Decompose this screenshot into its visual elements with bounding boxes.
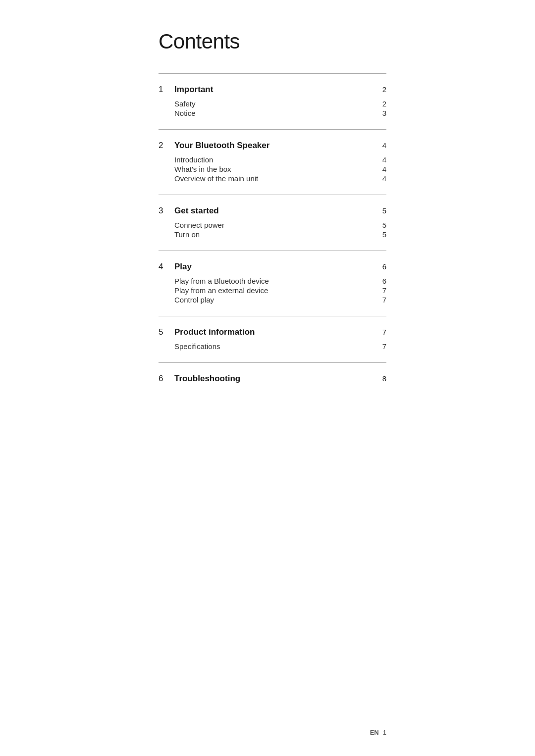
toc-title-3: Get started bbox=[174, 206, 219, 216]
toc-sub-row-1-1: Notice3 bbox=[174, 109, 386, 117]
toc-sub-label-1-0: Safety bbox=[174, 100, 196, 108]
toc-sub-row-2-1: What's in the box4 bbox=[174, 165, 386, 173]
toc-main-row-6: 6Troubleshooting8 bbox=[159, 374, 386, 384]
toc-title-4: Play bbox=[174, 262, 192, 272]
toc-sub-label-3-1: Turn on bbox=[174, 230, 200, 239]
toc-number-5: 5 bbox=[159, 327, 166, 337]
toc-sub-page-5-0: 7 bbox=[382, 342, 386, 351]
toc-sub-label-4-0: Play from a Bluetooth device bbox=[174, 277, 269, 285]
toc-main-row-5: 5Product information7 bbox=[159, 327, 386, 337]
toc-sub-page-4-2: 7 bbox=[382, 296, 386, 304]
footer-page-number: 1 bbox=[383, 729, 386, 736]
toc-section-3: 3Get started5Connect power5Turn on5 bbox=[159, 195, 386, 251]
toc-title-1: Important bbox=[174, 85, 213, 95]
footer: EN 1 bbox=[370, 729, 386, 736]
toc-section-2: 2Your Bluetooth Speaker4Introduction4Wha… bbox=[159, 129, 386, 195]
toc-sub-row-1-0: Safety2 bbox=[174, 100, 386, 108]
toc-title-6: Troubleshooting bbox=[174, 374, 240, 384]
toc-sub-label-3-0: Connect power bbox=[174, 221, 224, 229]
toc-main-row-3: 3Get started5 bbox=[159, 206, 386, 216]
toc-sub-label-2-0: Introduction bbox=[174, 155, 213, 164]
toc-main-row-4: 4Play6 bbox=[159, 262, 386, 272]
page-title: Contents bbox=[159, 30, 386, 53]
toc-page-4: 6 bbox=[382, 262, 386, 271]
toc-sub-label-4-1: Play from an external device bbox=[174, 286, 268, 295]
toc-page-3: 5 bbox=[382, 206, 386, 215]
toc-sub-page-4-0: 6 bbox=[382, 277, 386, 285]
toc-number-3: 3 bbox=[159, 206, 166, 216]
toc-sub-page-3-1: 5 bbox=[382, 230, 386, 239]
toc-number-1: 1 bbox=[159, 85, 166, 95]
toc-sub-page-1-0: 2 bbox=[382, 100, 386, 108]
toc-title-5: Product information bbox=[174, 327, 255, 337]
toc-number-2: 2 bbox=[159, 141, 166, 151]
toc-sub-row-4-0: Play from a Bluetooth device6 bbox=[174, 277, 386, 285]
toc-page-2: 4 bbox=[382, 141, 386, 150]
toc-sub-page-1-1: 3 bbox=[382, 109, 386, 117]
toc-sub-page-2-2: 4 bbox=[382, 174, 386, 183]
toc-sub-label-5-0: Specifications bbox=[174, 342, 220, 351]
toc-main-row-2: 2Your Bluetooth Speaker4 bbox=[159, 141, 386, 151]
toc-sub-label-2-2: Overview of the main unit bbox=[174, 174, 258, 183]
toc-sub-row-5-0: Specifications7 bbox=[174, 342, 386, 351]
toc-sub-page-4-1: 7 bbox=[382, 286, 386, 295]
toc-title-2: Your Bluetooth Speaker bbox=[174, 141, 269, 151]
toc-sub-row-3-0: Connect power5 bbox=[174, 221, 386, 229]
toc-sub-label-2-1: What's in the box bbox=[174, 165, 231, 173]
toc-sub-page-2-1: 4 bbox=[382, 165, 386, 173]
toc-main-row-1: 1Important2 bbox=[159, 85, 386, 95]
toc-sub-page-2-0: 4 bbox=[382, 155, 386, 164]
toc-page-5: 7 bbox=[382, 328, 386, 336]
toc-page-6: 8 bbox=[382, 374, 386, 383]
toc-page-1: 2 bbox=[382, 85, 386, 94]
footer-lang: EN bbox=[370, 729, 379, 736]
toc-number-6: 6 bbox=[159, 374, 166, 384]
toc-sub-row-4-1: Play from an external device7 bbox=[174, 286, 386, 295]
toc-section-1: 1Important2Safety2Notice3 bbox=[159, 73, 386, 129]
toc-sub-label-4-2: Control play bbox=[174, 296, 214, 304]
toc-number-4: 4 bbox=[159, 262, 166, 272]
toc-sub-label-1-1: Notice bbox=[174, 109, 196, 117]
toc-sub-row-2-0: Introduction4 bbox=[174, 155, 386, 164]
toc-sub-row-2-2: Overview of the main unit4 bbox=[174, 174, 386, 183]
page: Contents 1Important2Safety2Notice32Your … bbox=[129, 0, 406, 756]
toc-sub-row-4-2: Control play7 bbox=[174, 296, 386, 304]
toc-section-4: 4Play6Play from a Bluetooth device6Play … bbox=[159, 251, 386, 316]
toc-section-6: 6Troubleshooting8 bbox=[159, 362, 386, 400]
toc-sub-page-3-0: 5 bbox=[382, 221, 386, 229]
toc-section-5: 5Product information7Specifications7 bbox=[159, 316, 386, 362]
toc-sub-row-3-1: Turn on5 bbox=[174, 230, 386, 239]
toc-container: 1Important2Safety2Notice32Your Bluetooth… bbox=[159, 73, 386, 400]
